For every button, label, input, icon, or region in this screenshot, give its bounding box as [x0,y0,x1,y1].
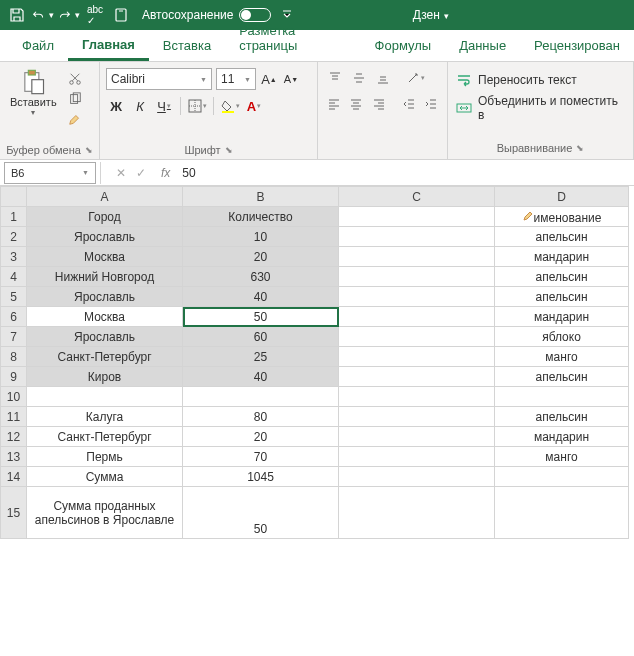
cell[interactable] [339,387,495,407]
cell[interactable] [339,327,495,347]
cell[interactable]: Сумма [27,467,183,487]
underline-button[interactable]: Ч▾ [154,96,174,116]
cell[interactable] [339,207,495,227]
tab-файл[interactable]: Файл [8,31,68,61]
align-left-icon[interactable] [324,94,344,114]
orientation-icon[interactable]: ▾ [404,68,426,88]
touch-mode-icon[interactable] [110,4,132,26]
fx-icon[interactable]: fx [161,166,170,180]
font-size-select[interactable]: 11▼ [216,68,256,90]
row-header[interactable]: 2 [1,227,27,247]
cell[interactable]: Город [27,207,183,227]
cell[interactable]: Ярославль [27,327,183,347]
tab-данные[interactable]: Данные [445,31,520,61]
cell[interactable]: 630 [183,267,339,287]
cell[interactable]: Санкт-Петербург [27,347,183,367]
row-header[interactable]: 7 [1,327,27,347]
paste-button[interactable]: Вставить ▾ [6,66,61,128]
name-box[interactable]: B6▼ [4,162,96,184]
format-painter-icon[interactable] [65,110,85,128]
row-header[interactable]: 10 [1,387,27,407]
autosave-toggle[interactable]: Автосохранение [142,8,271,22]
worksheet-grid[interactable]: ABCD1ГородКоличествоименование2Ярославль… [0,186,634,656]
cell[interactable] [339,227,495,247]
row-header[interactable]: 5 [1,287,27,307]
cell[interactable]: мандарин [495,307,629,327]
borders-icon[interactable]: ▾ [187,96,207,116]
cell[interactable]: 40 [183,287,339,307]
cell[interactable] [339,287,495,307]
cell[interactable]: 20 [183,247,339,267]
copy-icon[interactable] [65,90,85,108]
enter-formula-icon[interactable]: ✓ [132,166,150,180]
cell[interactable]: 1045 [183,467,339,487]
cell[interactable]: Ярославль [27,287,183,307]
decrease-indent-icon[interactable] [398,94,418,114]
cell[interactable]: апельсин [495,267,629,287]
font-launcher-icon[interactable]: ⬊ [225,145,233,155]
cell[interactable]: Ярославль [27,227,183,247]
cell[interactable]: Пермь [27,447,183,467]
align-top-icon[interactable] [324,68,346,88]
tab-главная[interactable]: Главная [68,30,149,61]
fill-color-icon[interactable]: ▾ [220,96,240,116]
italic-button[interactable]: К [130,96,150,116]
cell[interactable] [495,387,629,407]
tab-вставка[interactable]: Вставка [149,31,225,61]
row-header[interactable]: 9 [1,367,27,387]
cell[interactable] [339,427,495,447]
cell[interactable]: Киров [27,367,183,387]
row-header[interactable]: 3 [1,247,27,267]
row-header[interactable]: 8 [1,347,27,367]
bold-button[interactable]: Ж [106,96,126,116]
cell[interactable]: Москва [27,307,183,327]
cell[interactable]: 50 [183,487,339,539]
column-header[interactable]: D [495,187,629,207]
cancel-formula-icon[interactable]: ✕ [112,166,130,180]
cell[interactable] [339,467,495,487]
cell[interactable]: Нижний Новгород [27,267,183,287]
cell[interactable] [27,387,183,407]
cell[interactable] [183,387,339,407]
autosave-switch[interactable] [239,8,271,22]
row-header[interactable]: 4 [1,267,27,287]
tab-рецензирован[interactable]: Рецензирован [520,31,634,61]
cell[interactable]: апельсин [495,287,629,307]
undo-icon[interactable]: ▾ [32,4,54,26]
cell[interactable]: яблоко [495,327,629,347]
cell[interactable]: апельсин [495,367,629,387]
cell[interactable]: Калуга [27,407,183,427]
cell[interactable] [339,307,495,327]
cell[interactable] [339,367,495,387]
font-name-select[interactable]: Calibri▼ [106,68,212,90]
column-header[interactable]: C [339,187,495,207]
cell[interactable]: манго [495,347,629,367]
tab-разметка страницы[interactable]: Разметка страницы [225,16,360,61]
cell[interactable]: манго [495,447,629,467]
cell[interactable] [339,447,495,467]
align-bottom-icon[interactable] [372,68,394,88]
cell[interactable]: 80 [183,407,339,427]
cell[interactable] [339,347,495,367]
cell[interactable]: 70 [183,447,339,467]
row-header[interactable]: 11 [1,407,27,427]
cell[interactable]: 10 [183,227,339,247]
cut-icon[interactable] [65,70,85,88]
cell[interactable]: мандарин [495,247,629,267]
increase-font-icon[interactable]: A▲ [260,70,278,88]
tab-формулы[interactable]: Формулы [361,31,446,61]
align-middle-icon[interactable] [348,68,370,88]
select-all-cell[interactable] [1,187,27,207]
cell[interactable]: 60 [183,327,339,347]
column-header[interactable]: B [183,187,339,207]
row-header[interactable]: 1 [1,207,27,227]
cell[interactable]: 50 [183,307,339,327]
save-icon[interactable] [6,4,28,26]
cell[interactable] [339,407,495,427]
merge-center-button[interactable]: Объединить и поместить в [456,94,625,122]
row-header[interactable]: 6 [1,307,27,327]
cell[interactable]: 40 [183,367,339,387]
row-header[interactable]: 15 [1,487,27,539]
font-color-icon[interactable]: А▾ [244,96,264,116]
cell[interactable] [339,247,495,267]
